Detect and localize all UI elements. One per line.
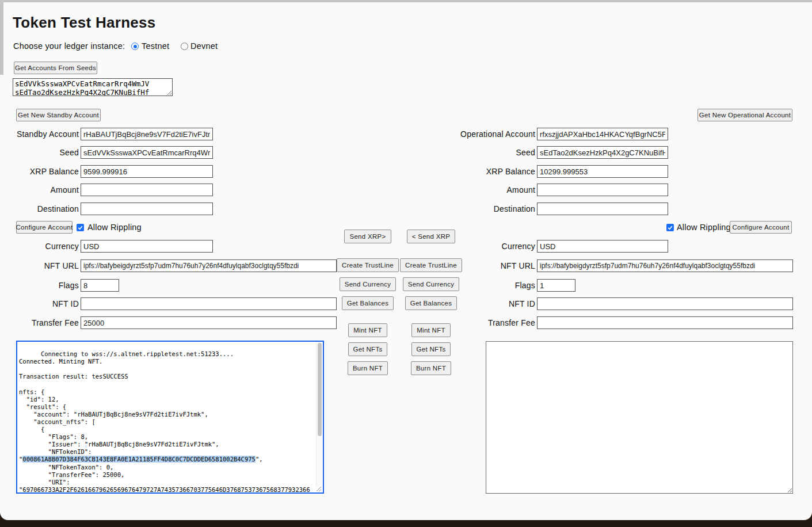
standby-allow-rippling-label[interactable]: Allow Rippling [87, 221, 142, 234]
standby-currency-input[interactable] [81, 240, 213, 253]
standby-configure-account-button[interactable]: Configure Account [16, 221, 73, 234]
operational-currency-input[interactable] [537, 240, 668, 253]
operational-transfer-fee-label: Transfer Fee [427, 316, 535, 329]
operational-nft-url-input[interactable] [537, 259, 793, 272]
standby-destination-label: Destination [1, 203, 79, 215]
operational-xrp-balance-label: XRP Balance [427, 165, 535, 178]
operational-transfer-fee-input[interactable] [537, 316, 793, 329]
log-text-before: Connecting to wss://s.altnet.rippletest.… [19, 350, 234, 463]
operational-flags-label: Flags [427, 279, 535, 292]
standby-account-input[interactable] [81, 128, 213, 140]
window-frame-top [0, 0, 812, 2]
operational-account-input[interactable] [537, 128, 668, 140]
standby-xrp-balance-input[interactable] [81, 165, 213, 178]
standby-send-xrp-button[interactable]: Send XRP> [344, 230, 391, 243]
standby-amount-label: Amount [1, 184, 79, 196]
standby-get-nfts-button[interactable]: Get NFTs [348, 342, 388, 356]
log-scrollbar-thumb[interactable] [318, 343, 322, 436]
operational-currency-label: Currency [427, 240, 535, 253]
standby-nft-id-input[interactable] [81, 297, 337, 310]
devnet-radio[interactable] [181, 43, 188, 50]
operational-nft-url-label: NFT URL [427, 259, 535, 272]
get-accounts-from-seeds-button[interactable]: Get Accounts From Seeds [14, 62, 97, 74]
standby-flags-input[interactable] [81, 279, 119, 292]
operational-account-label: Operational Account [427, 128, 535, 140]
operational-flags-input[interactable] [537, 279, 575, 292]
page-title: Token Test Harness [13, 14, 156, 32]
operational-get-nfts-button[interactable]: Get NFTs [411, 342, 451, 356]
operational-allow-rippling-label[interactable]: Allow Rippling [677, 221, 731, 234]
operational-amount-input[interactable] [537, 184, 668, 196]
operational-nft-id-input[interactable] [537, 297, 793, 310]
seeds-textarea[interactable]: sEdVVkSsswaXPCvEatRmcarRrq4WmJV sEdTao2d… [13, 78, 173, 96]
operational-amount-label: Amount [427, 184, 535, 196]
standby-burn-nft-button[interactable]: Burn NFT [348, 361, 388, 375]
standby-transfer-fee-input[interactable] [81, 316, 337, 329]
operational-seed-label: Seed [427, 146, 535, 159]
standby-seed-label: Seed [1, 146, 79, 159]
check-icon [667, 224, 673, 231]
standby-allow-rippling-checkbox[interactable] [77, 224, 84, 231]
standby-amount-input[interactable] [81, 184, 213, 196]
standby-destination-input[interactable] [81, 203, 213, 215]
get-new-operational-account-button[interactable]: Get New Operational Account [697, 109, 792, 121]
standby-get-balances-button[interactable]: Get Balances [342, 296, 394, 310]
get-new-standby-account-button[interactable]: Get New Standby Account [16, 109, 101, 121]
operational-allow-rippling-checkbox[interactable] [666, 224, 674, 231]
screen: Token Test Harness Choose your ledger in… [0, 0, 812, 527]
standby-account-label: Standby Account [1, 128, 79, 140]
standby-seed-input[interactable] [81, 146, 213, 159]
standby-transfer-fee-label: Transfer Fee [1, 316, 79, 329]
standby-create-trustline-button[interactable]: Create TrustLine [337, 258, 399, 272]
log-selected-text: 000861A8B07D384F63CB143E8FA0E1A21185FF4D… [22, 456, 256, 463]
log-scrollbar-track[interactable] [316, 342, 323, 487]
operational-xrp-balance-input[interactable] [537, 165, 668, 178]
window-frame-left [0, 2, 3, 75]
operational-destination-label: Destination [427, 203, 535, 215]
testnet-radio-label[interactable]: Testnet [142, 40, 169, 52]
devnet-radio-label[interactable]: Devnet [190, 40, 218, 52]
standby-nft-id-label: NFT ID [1, 297, 79, 310]
standby-results-log[interactable]: Connecting to wss://s.altnet.rippletest.… [16, 341, 324, 494]
operational-configure-account-button[interactable]: Configure Account [730, 221, 792, 234]
standby-nft-url-label: NFT URL [1, 259, 79, 272]
check-icon [77, 224, 83, 231]
operational-seed-input[interactable] [537, 146, 668, 159]
standby-nft-url-input[interactable] [81, 259, 337, 272]
standby-mint-nft-button[interactable]: Mint NFT [348, 323, 387, 337]
standby-send-currency-button[interactable]: Send Currency [340, 277, 397, 291]
operational-burn-nft-button[interactable]: Burn NFT [411, 361, 451, 375]
testnet-radio[interactable] [131, 43, 139, 50]
ledger-instance-prompt: Choose your ledger instance: [13, 40, 125, 52]
operational-destination-input[interactable] [537, 203, 668, 215]
standby-flags-label: Flags [1, 279, 79, 292]
operational-nft-id-label: NFT ID [427, 297, 535, 310]
operational-results-textarea[interactable] [486, 341, 793, 494]
page: Token Test Harness Choose your ledger in… [0, 0, 812, 520]
log-resize-handle[interactable] [316, 486, 322, 492]
standby-currency-label: Currency [1, 240, 79, 253]
standby-xrp-balance-label: XRP Balance [1, 165, 79, 178]
